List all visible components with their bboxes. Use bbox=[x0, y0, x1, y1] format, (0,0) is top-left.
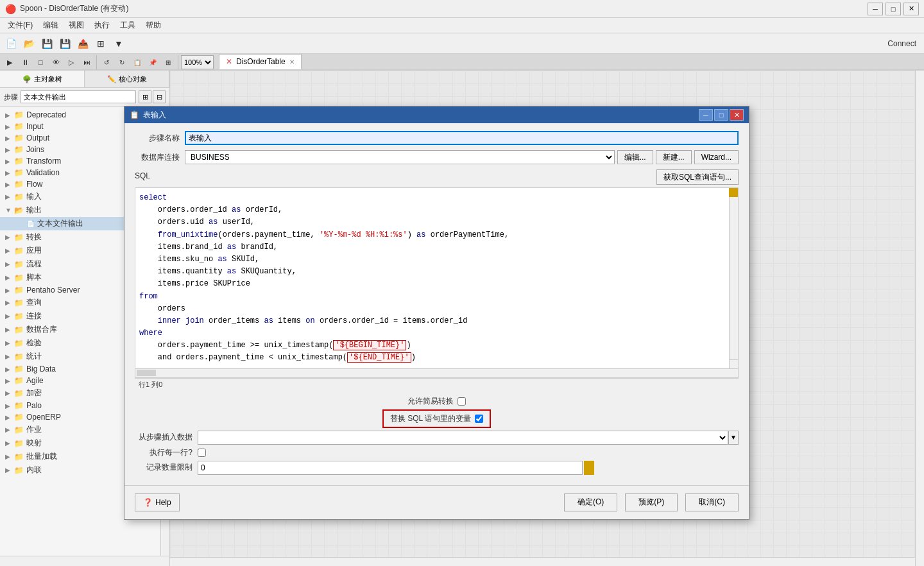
sql-editor-wrapper: select orders.order_id as orderId, order… bbox=[135, 187, 739, 369]
exec-row: 执行每一行? bbox=[135, 447, 739, 458]
exec-label: 执行每一行? bbox=[135, 447, 193, 458]
limit-label: 记录数量限制 bbox=[135, 462, 193, 473]
sql-hscroll-thumb[interactable] bbox=[137, 370, 156, 376]
modal-overlay: 📋 表输入 ─ □ ✕ 步骤名称 数据库连接 BUSINESS 编辑... 新 bbox=[0, 0, 924, 566]
allow-convert-checkbox[interactable] bbox=[458, 397, 466, 406]
limit-input[interactable] bbox=[198, 461, 583, 475]
step-name-row: 步骤名称 bbox=[135, 131, 739, 145]
preview-button[interactable]: 预览(P) bbox=[625, 493, 678, 511]
replace-vars-box: 替换 SQL 语句里的变量 bbox=[382, 409, 491, 428]
dialog-maximize-button[interactable]: □ bbox=[714, 109, 728, 121]
from-step-label: 从步骤插入数据 bbox=[135, 432, 193, 443]
dialog-body: 步骤名称 数据库连接 BUSINESS 编辑... 新建... Wizard..… bbox=[124, 123, 749, 485]
replace-vars-row: 替换 SQL 语句里的变量 bbox=[135, 409, 739, 428]
help-icon: ❓ bbox=[143, 498, 153, 507]
db-conn-label: 数据库连接 bbox=[135, 152, 180, 163]
edit-conn-button[interactable]: 编辑... bbox=[617, 150, 653, 164]
limit-diamond-icon bbox=[584, 461, 594, 475]
sql-keyword-select: select bbox=[139, 193, 167, 202]
table-input-dialog: 📋 表输入 ─ □ ✕ 步骤名称 数据库连接 BUSINESS 编辑... 新 bbox=[124, 106, 749, 520]
replace-vars-checkbox[interactable] bbox=[475, 415, 483, 423]
exec-each-row-checkbox[interactable] bbox=[198, 449, 206, 457]
wizard-conn-button[interactable]: Wizard... bbox=[694, 150, 739, 164]
dialog-title-text: 表输入 bbox=[143, 110, 699, 121]
limit-row: 记录数量限制 bbox=[135, 461, 739, 475]
allow-convert-label: 允许简易转换 bbox=[407, 396, 454, 407]
get-sql-button[interactable]: 获取SQL查询语句... bbox=[656, 169, 739, 185]
dialog-titlebar: 📋 表输入 ─ □ ✕ bbox=[124, 107, 749, 123]
cancel-button[interactable]: 取消(C) bbox=[685, 493, 739, 511]
ok-button[interactable]: 确定(O) bbox=[564, 493, 617, 511]
step-name-input[interactable] bbox=[185, 131, 739, 145]
dialog-minimize-button[interactable]: ─ bbox=[699, 109, 713, 121]
db-conn-row: 数据库连接 BUSINESS 编辑... 新建... Wizard... bbox=[135, 150, 739, 164]
options-section: 允许简易转换 替换 SQL 语句里的变量 从步骤插入数据 ▼ bbox=[135, 396, 739, 475]
from-step-row: 从步骤插入数据 ▼ bbox=[135, 431, 739, 445]
sql-scroll-corner bbox=[729, 359, 738, 368]
dialog-close-button[interactable]: ✕ bbox=[730, 109, 744, 121]
help-button[interactable]: ❓ Help bbox=[135, 493, 180, 511]
replace-vars-label: 替换 SQL 语句里的变量 bbox=[390, 413, 471, 424]
from-step-select[interactable] bbox=[198, 431, 728, 445]
help-label: Help bbox=[155, 498, 171, 507]
db-conn-select[interactable]: BUSINESS bbox=[185, 150, 615, 164]
dialog-title-icon: 📋 bbox=[130, 110, 139, 119]
sql-section-label: SQL bbox=[135, 171, 150, 180]
sql-status-bar: 行1 列0 bbox=[135, 378, 739, 391]
sql-editor-display[interactable]: select orders.order_id as orderId, order… bbox=[135, 188, 738, 368]
allow-convert-row: 允许简易转换 bbox=[135, 396, 739, 407]
from-step-dropdown[interactable]: ▼ bbox=[728, 431, 739, 445]
new-conn-button[interactable]: 新建... bbox=[656, 150, 692, 164]
dialog-title-buttons: ─ □ ✕ bbox=[699, 109, 744, 121]
sql-diamond-top bbox=[729, 188, 738, 197]
dialog-footer: ❓ Help 确定(O) 预览(P) 取消(C) bbox=[124, 485, 749, 519]
sql-hscroll[interactable] bbox=[135, 369, 739, 378]
sql-section: SQL 获取SQL查询语句... select orders.order_id … bbox=[135, 169, 739, 391]
sql-vscroll[interactable] bbox=[729, 197, 738, 359]
step-name-label: 步骤名称 bbox=[135, 133, 180, 144]
